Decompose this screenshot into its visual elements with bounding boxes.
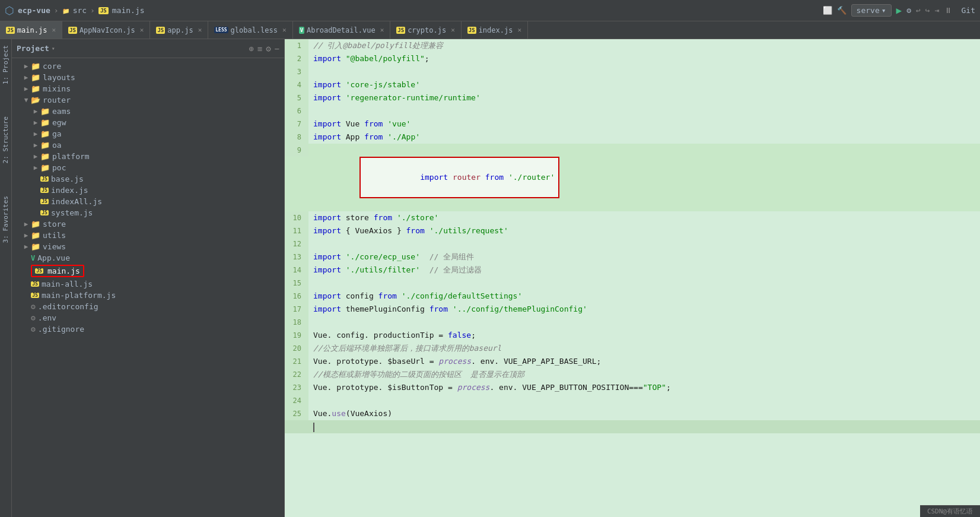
- tab-appnavicon-js[interactable]: JS AppNavIcon.js ✕: [62, 21, 150, 39]
- line-content-19: Vue. config. productionTip = false;: [308, 329, 980, 342]
- line-num-24: 24: [285, 394, 308, 407]
- line-content-cursor: [308, 420, 980, 433]
- project-dropdown[interactable]: Project ▾: [17, 44, 55, 53]
- tree-item-mixins[interactable]: ▶ 📁 mixins: [12, 83, 284, 94]
- tab-close-global-less[interactable]: ✕: [282, 26, 287, 34]
- arrow-mixins: ▶: [21, 85, 31, 93]
- line-num-1: 1: [285, 39, 308, 52]
- tab-close-appnavicon[interactable]: ✕: [140, 26, 144, 34]
- sync-icon[interactable]: ⊕: [249, 44, 253, 53]
- line-content-20: //公文后端环境单独部署后，接口请求所用的baseurl: [308, 342, 980, 355]
- tree-item-gitignore[interactable]: ▶ ⚙ .gitignore: [12, 323, 284, 335]
- tab-icon-crypto: JS: [396, 27, 405, 34]
- tab-global-less[interactable]: LESS global.less ✕: [208, 21, 292, 39]
- pause-icon[interactable]: ⏸: [944, 6, 952, 15]
- arrow-store: ▶: [21, 220, 31, 228]
- tabbar: JS main.js ✕ JS AppNavIcon.js ✕ JS app.j…: [0, 21, 980, 39]
- git-label[interactable]: Git: [962, 6, 975, 15]
- tree-item-oa[interactable]: ▶ 📁 oa: [12, 139, 284, 151]
- window-icon[interactable]: ⬜: [823, 6, 832, 15]
- code-line-11: 11 import { VueAxios } from './utils/req…: [285, 224, 980, 237]
- line-num-13: 13: [285, 250, 308, 264]
- tree-item-eams[interactable]: ▶ 📁 eams: [12, 106, 284, 117]
- tab-close-abroaddetail[interactable]: ✕: [380, 26, 384, 34]
- tree-item-router[interactable]: ▼ 📂 router: [12, 94, 284, 106]
- line-num-3: 3: [285, 65, 308, 78]
- tab-app-js[interactable]: JS app.js ✕: [150, 21, 208, 39]
- line-num-17: 17: [285, 303, 308, 316]
- run-icon[interactable]: ▶: [896, 5, 902, 16]
- tree-item-app-vue[interactable]: ▶ V App.vue: [12, 252, 284, 264]
- tab-close-crypto[interactable]: ✕: [451, 26, 455, 34]
- tab-close-app-js[interactable]: ✕: [198, 26, 202, 34]
- minus-icon[interactable]: −: [275, 44, 279, 53]
- side-tab-project[interactable]: 1: Project: [1, 42, 11, 88]
- tree-item-platform[interactable]: ▶ 📁 platform: [12, 151, 284, 162]
- tree-item-ga[interactable]: ▶ 📁 ga: [12, 128, 284, 139]
- file-icon-base-js: JS: [40, 176, 49, 182]
- line-num-22: 22: [285, 368, 308, 381]
- tab-close-main-js[interactable]: ✕: [52, 26, 56, 34]
- serve-button[interactable]: serve ▾: [851, 4, 892, 17]
- tree-item-main-all-js[interactable]: ▶ JS main-all.js: [12, 278, 284, 290]
- tree-item-store[interactable]: ▶ 📁 store: [12, 218, 284, 230]
- tree-item-index-js2[interactable]: ▶ JS index.js: [12, 185, 284, 196]
- tree-item-main-platform-js[interactable]: ▶ JS main-platform.js: [12, 290, 284, 301]
- code-line-23: 23 Vue. prototype. $isButtonTop = proces…: [285, 381, 980, 394]
- tree-item-base-js[interactable]: ▶ JS base.js: [12, 173, 284, 185]
- tree-item-layouts[interactable]: ▶ 📁 layouts: [12, 72, 284, 83]
- topbar-file-icon: JS: [98, 7, 109, 14]
- sidebar-tree: ▶ 📁 core ▶ 📁 layouts ▶ 📁 mixins ▼ 📂 rout…: [12, 58, 284, 517]
- tab-crypto-js[interactable]: JS crypto.js ✕: [390, 21, 462, 39]
- tree-item-core[interactable]: ▶ 📁 core: [12, 61, 284, 72]
- tab-close-index-js[interactable]: ✕: [517, 26, 521, 34]
- tree-item-editorconfig[interactable]: ▶ ⚙ .editorconfig: [12, 301, 284, 312]
- line-content-8: import App from './App': [308, 131, 980, 144]
- serve-label: serve: [857, 6, 880, 15]
- code-line-3: 3: [285, 65, 980, 78]
- file-icon-indexall-js: JS: [40, 199, 49, 204]
- tree-item-env[interactable]: ▶ ⚙ .env: [12, 312, 284, 323]
- side-tab-structure[interactable]: 2: Structure: [1, 113, 11, 167]
- tree-label-env: .env: [38, 313, 56, 322]
- back-icon[interactable]: ↩: [916, 6, 921, 15]
- settings-icon[interactable]: ⚙: [906, 6, 911, 15]
- main-js-selected-box: JS main.js: [31, 265, 84, 277]
- forward-icon[interactable]: ↪: [925, 6, 930, 15]
- side-tab-favorites[interactable]: 3: Favorites: [1, 192, 11, 246]
- tree-item-egw[interactable]: ▶ 📁 egw: [12, 117, 284, 128]
- tab-icon-index-js: JS: [467, 27, 476, 34]
- tree-item-views[interactable]: ▶ 📁 views: [12, 241, 284, 252]
- line-content-23: Vue. prototype. $isButtonTop = process. …: [308, 381, 980, 394]
- tab-label-global-less: global.less: [231, 26, 278, 34]
- tab-abroaddetail-vue[interactable]: V AbroadDetail.vue ✕: [293, 21, 391, 39]
- more-icon[interactable]: ⇥: [935, 6, 940, 15]
- code-line-2: 2 import "@babel/polyfill";: [285, 52, 980, 65]
- code-line-22: 22 //模态框或新增等功能的二级页面的按钮区 是否显示在顶部: [285, 368, 980, 381]
- tab-index-js[interactable]: JS index.js ✕: [462, 21, 528, 39]
- folder-icon-poc: 📁: [40, 163, 50, 172]
- tree-label-indexall-js: indexAll.js: [51, 197, 102, 206]
- topbar-sep1: ›: [54, 6, 59, 15]
- tree-item-indexall-js[interactable]: ▶ JS indexAll.js: [12, 196, 284, 207]
- tab-icon-global-less: LESS: [214, 27, 228, 33]
- tree-label-poc: poc: [52, 163, 66, 172]
- topbar-file: main.js: [112, 6, 145, 15]
- tree-label-main-all-js: main-all.js: [42, 280, 93, 288]
- code-editor[interactable]: 1 // 引入@babel/polyfill处理兼容 2 import "@ba…: [285, 39, 980, 517]
- tab-label-app-js: app.js: [167, 26, 193, 34]
- tree-item-main-js[interactable]: ▶ JS main.js: [12, 264, 284, 278]
- tree-label-platform: platform: [52, 152, 90, 161]
- folder-icon-eams: 📁: [40, 107, 50, 116]
- hammer-icon[interactable]: 🔨: [837, 6, 847, 15]
- tree-item-poc[interactable]: ▶ 📁 poc: [12, 162, 284, 173]
- collapse-icon[interactable]: ≡: [257, 44, 262, 53]
- gear-icon[interactable]: ⚙: [266, 44, 271, 53]
- tree-item-system-js[interactable]: ▶ JS system.js: [12, 207, 284, 218]
- tree-label-core: core: [43, 62, 61, 71]
- tree-item-utils[interactable]: ▶ 📁 utils: [12, 230, 284, 241]
- tree-label-system-js: system.js: [51, 208, 93, 217]
- folder-icon-platform: 📁: [40, 152, 50, 161]
- line-num-9: 9: [285, 144, 308, 157]
- tab-main-js[interactable]: JS main.js ✕: [0, 21, 62, 39]
